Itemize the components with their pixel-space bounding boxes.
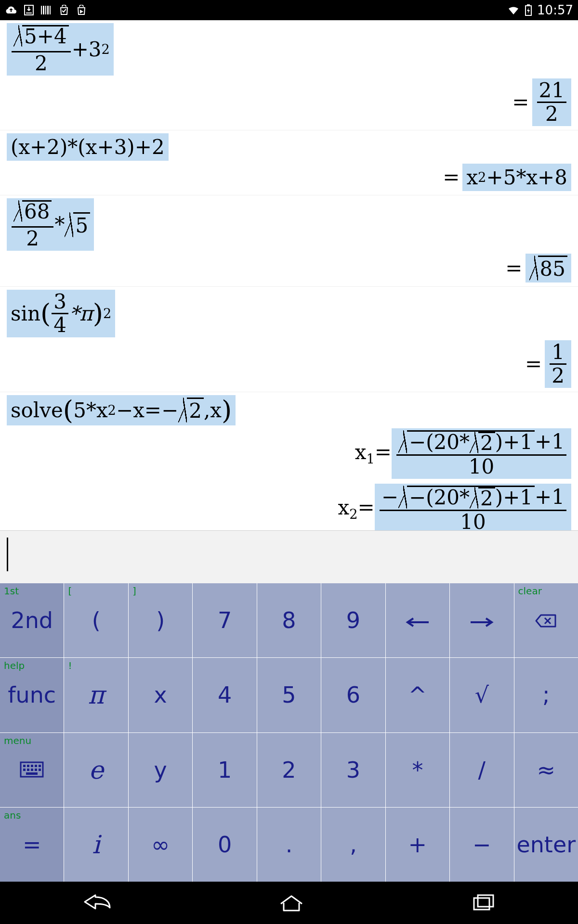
key-main-label: √: [475, 684, 489, 706]
key-main-label: ∞: [151, 834, 170, 856]
key-main-label: 1: [218, 759, 232, 781]
key-main-label: *: [412, 759, 423, 781]
shopping-check-icon: [59, 5, 69, 15]
history-entry[interactable]: 5+4 2 +32 = 21 2: [0, 20, 578, 130]
key-alt-label: help: [4, 660, 25, 671]
status-bar: 10:57: [0, 0, 578, 20]
key-main-label: ): [156, 609, 165, 631]
recents-icon[interactable]: [468, 893, 497, 912]
key-alt-label: [: [68, 585, 72, 597]
key-[interactable]: ;: [514, 658, 578, 732]
key-[interactable]: [(: [64, 583, 128, 657]
result[interactable]: 21 2: [532, 78, 571, 126]
result-label: x1=: [355, 440, 392, 466]
key-enter[interactable]: enter: [514, 808, 578, 882]
back-icon[interactable]: [81, 893, 115, 912]
key-5[interactable]: 5: [257, 658, 321, 732]
expression[interactable]: (x+2)*(x+3)+2: [7, 133, 169, 161]
key-[interactable]: ≈: [514, 733, 578, 807]
key-[interactable]: ^: [386, 658, 449, 732]
key-cursor-left[interactable]: [386, 583, 449, 657]
key-main-label: .: [286, 834, 293, 856]
svg-rect-20: [35, 769, 37, 771]
key-main-label: 9: [346, 609, 360, 631]
key-main-label: x: [154, 684, 167, 706]
key-func[interactable]: helpfunc: [0, 658, 64, 732]
equals-sign: =: [512, 90, 529, 114]
key-[interactable]: *: [386, 733, 449, 807]
key-cursor-right[interactable]: [450, 583, 513, 657]
result[interactable]: 85: [525, 254, 571, 282]
sqrt-radicand: 5+4: [22, 25, 69, 47]
key-4[interactable]: 4: [193, 658, 256, 732]
key-1[interactable]: 1: [193, 733, 256, 807]
key-9[interactable]: 9: [321, 583, 385, 657]
key-[interactable]: .: [257, 808, 321, 882]
svg-rect-8: [527, 4, 530, 6]
key-main-label: π: [88, 682, 105, 707]
key-alt-label: ]: [132, 585, 136, 597]
svg-rect-16: [39, 765, 41, 767]
key-2[interactable]: 2: [257, 733, 321, 807]
svg-rect-17: [23, 769, 26, 771]
svg-rect-12: [23, 765, 26, 767]
key-8[interactable]: 8: [257, 583, 321, 657]
key-main-label: (: [92, 609, 101, 631]
play-store-icon: [76, 5, 87, 15]
expression[interactable]: 68 2 * 5: [7, 198, 94, 251]
expression[interactable]: solve( 5*x2−x=− 2 ,x): [7, 395, 236, 425]
history-pane[interactable]: 5+4 2 +32 = 21 2 (x+2)*(x+3)+2 =: [0, 20, 578, 530]
key-main-label: /: [478, 759, 486, 781]
key-main-label: ^: [408, 684, 427, 706]
key-keyboard[interactable]: menu: [0, 733, 64, 807]
key-7[interactable]: 7: [193, 583, 256, 657]
key-0[interactable]: 0: [193, 808, 256, 882]
key-main-label: 2nd: [11, 609, 53, 631]
svg-rect-2: [41, 6, 42, 14]
key-[interactable]: ∞: [129, 808, 192, 882]
result[interactable]: − −(20* 2 )+1 +1 10: [375, 484, 571, 530]
key-alt-label: ans: [4, 809, 21, 821]
svg-rect-3: [43, 6, 44, 14]
text-caret: [7, 538, 8, 571]
key-[interactable]: +: [386, 808, 449, 882]
history-entry[interactable]: solve( 5*x2−x=− 2 ,x) x1= −(20* 2: [0, 392, 578, 530]
result-label: x2=: [338, 496, 375, 522]
result[interactable]: 1 2: [545, 340, 571, 388]
key-3[interactable]: 3: [321, 733, 385, 807]
key-backspace[interactable]: clear: [514, 583, 578, 657]
home-icon[interactable]: [277, 893, 306, 912]
expression[interactable]: sin( 3 4 *π )2: [7, 290, 115, 337]
key-[interactable]: −: [450, 808, 513, 882]
history-entry[interactable]: sin( 3 4 *π )2 = 1 2: [0, 286, 578, 392]
fraction-den: 2: [24, 228, 41, 249]
key-main-label: enter: [516, 834, 576, 856]
expression[interactable]: 5+4 2 +32: [7, 23, 114, 76]
download-icon: [24, 5, 34, 15]
key-main-label: 5: [282, 684, 296, 706]
svg-rect-23: [474, 898, 489, 910]
history-entry[interactable]: (x+2)*(x+3)+2 = x2+5*x+8: [0, 130, 578, 195]
result[interactable]: x2+5*x+8: [462, 164, 571, 191]
key-y[interactable]: y: [129, 733, 192, 807]
result[interactable]: −(20* 2 )+1 +1 10: [392, 428, 571, 479]
key-[interactable]: ]): [129, 583, 192, 657]
key-i[interactable]: i: [64, 808, 128, 882]
key-e[interactable]: e: [64, 733, 128, 807]
key-main-label: y: [154, 759, 167, 781]
key-2nd[interactable]: 1st2nd: [0, 583, 64, 657]
cloud-upload-icon: [5, 5, 17, 15]
key-6[interactable]: 6: [321, 658, 385, 732]
history-entry[interactable]: 68 2 * 5 = 85: [0, 195, 578, 286]
key-[interactable]: /: [450, 733, 513, 807]
key-[interactable]: √: [450, 658, 513, 732]
expression-input[interactable]: [0, 530, 578, 583]
key-[interactable]: !π: [64, 658, 128, 732]
svg-rect-21: [39, 769, 41, 771]
key-[interactable]: ans=: [0, 808, 64, 882]
key-main-label: +: [408, 834, 427, 856]
sqrt-radicand: 5: [73, 212, 90, 237]
keyboard-icon: [20, 759, 44, 781]
key-x[interactable]: x: [129, 658, 192, 732]
key-[interactable]: ,: [321, 808, 385, 882]
